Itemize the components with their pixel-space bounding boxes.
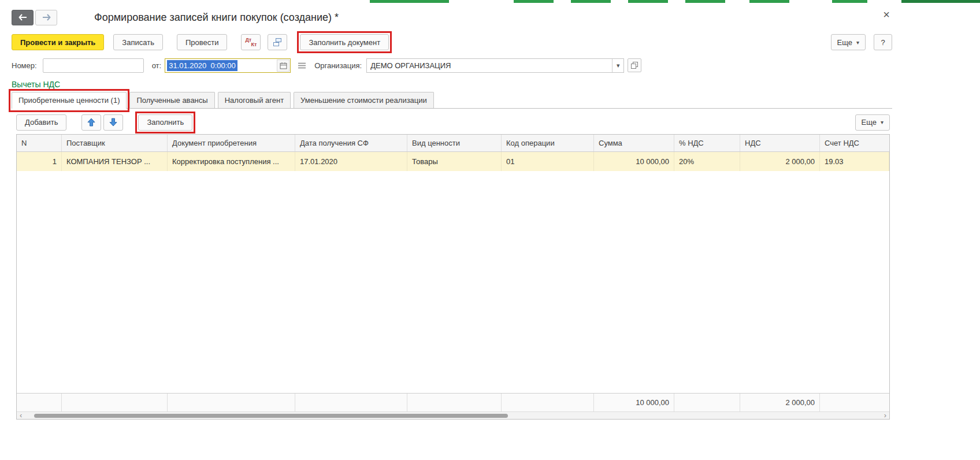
grid-toolbar: Добавить Заполнить Еще ▾ xyxy=(16,114,890,131)
total-cell xyxy=(17,394,62,411)
table-empty-space xyxy=(17,171,889,393)
page-title: Формирование записей книги покупок (созд… xyxy=(94,12,339,24)
col-n: N xyxy=(17,135,62,151)
cell-vat-account[interactable]: 19.03 xyxy=(820,152,889,171)
move-up-button[interactable] xyxy=(81,114,101,131)
total-cell xyxy=(62,394,168,411)
tab-label: Уменьшение стоимости реализации xyxy=(300,96,427,105)
close-button[interactable]: × xyxy=(881,9,892,20)
cell-n[interactable]: 1 xyxy=(17,152,62,171)
save-button[interactable]: Записать xyxy=(113,34,163,50)
cell-sum[interactable]: 10 000,00 xyxy=(594,152,674,171)
titlebar: Формирование записей книги покупок (созд… xyxy=(12,9,892,26)
col-vat-account: Счет НДС xyxy=(820,135,889,151)
cell-date[interactable]: 17.01.2020 xyxy=(295,152,407,171)
arrow-up-icon xyxy=(87,118,95,127)
move-down-button[interactable] xyxy=(103,114,123,131)
date-label: от: xyxy=(152,61,162,70)
chevron-down-icon: ▾ xyxy=(881,119,884,125)
number-input[interactable] xyxy=(43,58,144,73)
cell-supplier[interactable]: КОМПАНИЯ ТЕНЗОР ... xyxy=(62,152,168,171)
vat-deductions-link[interactable]: Вычеты НДС xyxy=(12,80,60,89)
tab-label: Налоговый агент xyxy=(225,96,284,105)
table-header: N Поставщик Документ приобретения Дата п… xyxy=(17,135,889,152)
grid-more-button[interactable]: Еще ▾ xyxy=(855,114,890,131)
forward-button[interactable] xyxy=(35,10,57,25)
page: Формирование записей книги покупок (созд… xyxy=(0,0,980,460)
total-sum: 10 000,00 xyxy=(594,394,674,411)
table-totals-row: 10 000,00 2 000,00 xyxy=(17,393,889,411)
tab-received-advances[interactable]: Полученные авансы xyxy=(129,92,214,108)
more-button[interactable]: Еще ▾ xyxy=(831,34,866,50)
fill-button[interactable]: Заполнить xyxy=(138,114,192,131)
arrow-down-icon xyxy=(109,118,117,127)
table-row[interactable]: 1 КОМПАНИЯ ТЕНЗОР ... Корректировка пост… xyxy=(17,152,889,171)
arrow-left-icon xyxy=(18,14,27,21)
post-and-close-button[interactable]: Провести и закрыть xyxy=(12,34,104,50)
field-bar: Номер: от: 31.01.2020 0:00:00 xyxy=(12,58,892,73)
col-supplier: Поставщик xyxy=(62,135,168,151)
show-postings-button[interactable]: ДтКт xyxy=(241,34,261,50)
cell-op-code[interactable]: 01 xyxy=(502,152,594,171)
tab-acquired-values[interactable]: Приобретенные ценности (1) xyxy=(12,92,127,109)
tab-tax-agent[interactable]: Налоговый агент xyxy=(218,92,291,108)
scrollbar-thumb[interactable] xyxy=(34,414,508,418)
cell-kind[interactable]: Товары xyxy=(407,152,502,171)
arrow-right-icon xyxy=(42,14,51,21)
purchases-table: N Поставщик Документ приобретения Дата п… xyxy=(16,134,890,420)
total-cell xyxy=(674,394,740,411)
chevron-down-icon: ▾ xyxy=(856,39,859,46)
open-icon xyxy=(630,61,639,69)
tab-cost-reduction[interactable]: Уменьшение стоимости реализации xyxy=(294,92,434,108)
fill-document-button[interactable]: Заполнить документ xyxy=(300,34,389,50)
col-op-code: Код операции xyxy=(502,135,594,151)
grid-area: Добавить Заполнить Еще ▾ xyxy=(16,114,890,420)
number-label: Номер: xyxy=(12,61,37,70)
total-cell xyxy=(168,394,295,411)
col-doc: Документ приобретения xyxy=(168,135,295,151)
tab-label: Полученные авансы xyxy=(136,96,207,105)
list-icon[interactable] xyxy=(298,62,306,69)
organization-value: ДЕМО ОРГАНИЗАЦИЯ xyxy=(370,61,451,70)
cell-doc[interactable]: Корректировка поступления ... xyxy=(168,152,295,171)
total-cell xyxy=(502,394,594,411)
cell-vat-rate[interactable]: 20% xyxy=(674,152,740,171)
horizontal-scrollbar[interactable]: ‹ › xyxy=(17,411,889,419)
date-selected-text: 31.01.2020 0:00:00 xyxy=(167,60,237,71)
open-organization-button[interactable] xyxy=(628,58,641,72)
cell-vat[interactable]: 2 000,00 xyxy=(740,152,820,171)
structure-icon xyxy=(273,38,282,47)
help-button[interactable]: ? xyxy=(874,34,892,50)
col-vat: НДС xyxy=(740,135,820,151)
organization-combo[interactable]: ДЕМО ОРГАНИЗАЦИЯ ▾ xyxy=(366,58,624,73)
more-label: Еще xyxy=(862,118,877,127)
more-label: Еще xyxy=(837,38,852,47)
command-bar: Провести и закрыть Записать Провести ДтК… xyxy=(12,34,892,51)
total-cell xyxy=(820,394,889,411)
organization-label: Организация: xyxy=(314,61,362,70)
col-kind: Вид ценности xyxy=(407,135,502,151)
total-cell xyxy=(295,394,407,411)
scroll-right-icon[interactable]: › xyxy=(884,411,886,420)
col-date: Дата получения СФ xyxy=(295,135,407,151)
scroll-left-icon[interactable]: ‹ xyxy=(20,411,22,420)
structure-button[interactable] xyxy=(268,34,287,50)
document-window: Формирование записей книги покупок (созд… xyxy=(0,9,894,420)
calendar-icon[interactable] xyxy=(277,60,289,72)
col-sum: Сумма xyxy=(594,135,674,151)
col-vat-rate: % НДС xyxy=(674,135,740,151)
post-button[interactable]: Провести xyxy=(177,34,228,50)
total-vat: 2 000,00 xyxy=(740,394,820,411)
top-strip xyxy=(0,0,980,3)
back-button[interactable] xyxy=(12,10,34,25)
tab-bar: Приобретенные ценности (1) Полученные ав… xyxy=(12,92,892,109)
tab-label: Приобретенные ценности (1) xyxy=(18,96,120,105)
add-button[interactable]: Добавить xyxy=(16,114,66,131)
chevron-down-icon[interactable]: ▾ xyxy=(612,59,623,72)
dtkt-icon: ДтКт xyxy=(245,38,257,47)
total-cell xyxy=(407,394,502,411)
date-input[interactable]: 31.01.2020 0:00:00 xyxy=(165,58,291,73)
